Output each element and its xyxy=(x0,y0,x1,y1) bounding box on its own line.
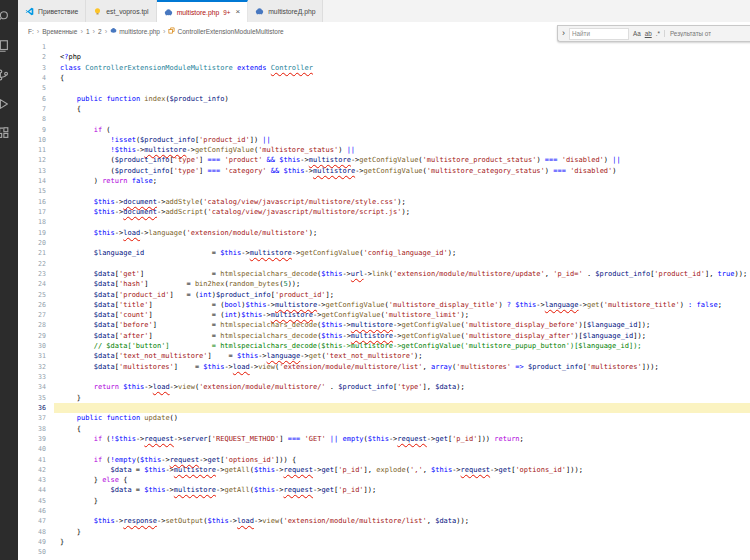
line-number: 32 xyxy=(18,362,54,372)
files-icon[interactable] xyxy=(0,31,18,60)
line-number: 49 xyxy=(18,537,54,547)
code-line[interactable]: 14 ) return false; xyxy=(18,176,750,186)
run-debug-icon[interactable] xyxy=(0,89,18,118)
code-line[interactable]: 36 xyxy=(18,403,750,413)
code-text: $data['get'] = htmlspecialchars_decode($… xyxy=(54,269,747,279)
breadcrumb-item-folder[interactable]: Временные xyxy=(42,28,77,35)
code-line[interactable]: 13 ($product_info['type'] === 'category'… xyxy=(18,166,750,176)
tab-label: multistore.php xyxy=(177,9,220,16)
code-text: public function update() xyxy=(54,413,178,423)
code-line[interactable]: 42 $data = $this->multistore->getAll($th… xyxy=(18,465,750,475)
code-line[interactable]: 45 } xyxy=(18,496,750,506)
line-number: 8 xyxy=(18,114,54,124)
code-line[interactable]: 50 xyxy=(18,547,750,557)
source-control-icon[interactable] xyxy=(0,60,18,89)
code-line[interactable]: 49} xyxy=(18,537,750,547)
code-line[interactable]: 5 xyxy=(18,83,750,93)
code-line[interactable]: 40 xyxy=(18,444,750,454)
line-number: 34 xyxy=(18,382,54,392)
code-line[interactable]: 35 } xyxy=(18,393,750,403)
code-line[interactable]: 8 xyxy=(18,114,750,124)
whole-word-toggle[interactable]: ab xyxy=(645,30,652,37)
line-number: 29 xyxy=(18,331,54,341)
tab-welcome[interactable]: Приветствие xyxy=(18,0,86,22)
search-icon[interactable] xyxy=(0,2,18,31)
code-text: } xyxy=(54,496,98,506)
breadcrumb-item-folder[interactable]: 2 xyxy=(98,28,102,35)
code-text xyxy=(54,547,60,557)
breadcrumb-item-file[interactable]: multistore.php xyxy=(110,27,160,35)
code-line[interactable]: 18 xyxy=(18,217,750,227)
code-line[interactable]: 30 // $data['button'] = htmlspecialchars… xyxy=(18,341,750,351)
code-line[interactable]: 15 xyxy=(18,186,750,196)
line-number: 21 xyxy=(18,248,54,258)
code-line[interactable]: 26 $data['title'] = (bool)$this->multist… xyxy=(18,300,750,310)
line-number: 38 xyxy=(18,424,54,434)
code-line[interactable]: 43 } else { xyxy=(18,475,750,485)
activity-bar xyxy=(0,0,18,560)
line-number: 30 xyxy=(18,341,54,351)
regex-toggle[interactable]: .* xyxy=(656,30,660,37)
code-text xyxy=(54,83,60,93)
extensions-icon[interactable] xyxy=(0,118,18,147)
breadcrumb-item-symbol[interactable]: ControllerExtensionModuleMultistore xyxy=(168,27,283,35)
code-line[interactable]: 41 if (!empty($this->request->get['optio… xyxy=(18,455,750,465)
line-number: 39 xyxy=(18,434,54,444)
code-line[interactable]: 47 $this->response->setOutput($this->loa… xyxy=(18,516,750,526)
code-line[interactable]: 23 $data['get'] = htmlspecialchars_decod… xyxy=(18,269,750,279)
breadcrumb-item-folder[interactable]: 1 xyxy=(86,28,90,35)
code-line[interactable]: 19 $this->load->language('extension/modu… xyxy=(18,228,750,238)
vscode-window: Приветствие est_vopros.tpl multistore.ph… xyxy=(0,0,750,560)
code-line[interactable]: 9 if ( xyxy=(18,125,750,135)
code-line[interactable]: 11 !$this->multistore->getConfigValue('m… xyxy=(18,145,750,155)
line-number: 12 xyxy=(18,155,54,165)
find-input[interactable] xyxy=(569,28,629,40)
code-line[interactable]: 34 return $this->load->view('extension/m… xyxy=(18,382,750,392)
breadcrumb-item-drive[interactable]: F: xyxy=(28,28,34,35)
line-number: 47 xyxy=(18,516,54,526)
code-line[interactable]: 6 public function index($product_info) xyxy=(18,94,750,104)
line-number: 6 xyxy=(18,94,54,104)
code-text: $data['text_not_multistore'] = $this->la… xyxy=(54,351,423,361)
code-line[interactable]: 7 { xyxy=(18,104,750,114)
close-icon[interactable]: × xyxy=(236,8,241,16)
code-line[interactable]: 25 $data['product_id'] = (int)$product_i… xyxy=(18,290,750,300)
match-case-toggle[interactable]: Aa xyxy=(633,30,641,37)
code-line[interactable]: 17 $this->document->addScript('catalog/v… xyxy=(18,207,750,217)
line-number: 10 xyxy=(18,135,54,145)
code-line[interactable]: 29 $data['after'] = htmlspecialchars_dec… xyxy=(18,331,750,341)
code-line[interactable]: 39 if (!$this->request->server['REQUEST_… xyxy=(18,434,750,444)
code-line[interactable]: 24 $data['hash'] = bin2hex(random_bytes(… xyxy=(18,279,750,289)
chevron-right-icon: › xyxy=(105,27,108,36)
code-line[interactable]: 12 ($product_info['type'] === 'product' … xyxy=(18,155,750,165)
code-line[interactable]: 27 $data['count'] = (int)$this->multisto… xyxy=(18,310,750,320)
code-line[interactable]: 22 xyxy=(18,259,750,269)
code-line[interactable]: 38 { xyxy=(18,424,750,434)
php-icon xyxy=(164,8,173,17)
line-number: 4 xyxy=(18,73,54,83)
code-line[interactable]: 33 xyxy=(18,372,750,382)
code-line[interactable]: 10 !isset($product_info['product_id']) |… xyxy=(18,135,750,145)
code-line[interactable]: 2<?php xyxy=(18,52,750,62)
tab-est-vopros[interactable]: est_vopros.tpl xyxy=(86,0,156,22)
tab-multistore-php[interactable]: multistore.php 9+ × xyxy=(157,0,249,22)
code-text: } xyxy=(54,527,81,537)
tab-label: multistoreД.php xyxy=(268,8,315,15)
code-line[interactable]: 44 $data = $this->multistore->getAll($th… xyxy=(18,485,750,495)
code-line[interactable]: 16 $this->document->addStyle('catalog/vi… xyxy=(18,197,750,207)
tab-multistored-php[interactable]: multistoreД.php xyxy=(248,0,323,22)
code-line[interactable]: 32 $data['multistores'] = $this->load->v… xyxy=(18,362,750,372)
code-line[interactable]: 48 } xyxy=(18,527,750,537)
code-line[interactable]: 37 public function update() xyxy=(18,413,750,423)
code-line[interactable]: 3class ControllerExtensionModuleMultisto… xyxy=(18,63,750,73)
code-line[interactable]: 1 xyxy=(18,42,750,52)
code-text: $data['hash'] = bin2hex(random_bytes(5))… xyxy=(54,279,300,289)
code-line[interactable]: 21 $language_id = $this->multistore->get… xyxy=(18,248,750,258)
code-line[interactable]: 20 xyxy=(18,238,750,248)
line-number: 22 xyxy=(18,259,54,269)
code-line[interactable]: 31 $data['text_not_multistore'] = $this-… xyxy=(18,351,750,361)
code-line[interactable]: 28 $data['before'] = htmlspecialchars_de… xyxy=(18,320,750,330)
code-line[interactable]: 46 xyxy=(18,506,750,516)
code-line[interactable]: 4{ xyxy=(18,73,750,83)
chevron-right-icon[interactable]: › xyxy=(562,29,565,38)
